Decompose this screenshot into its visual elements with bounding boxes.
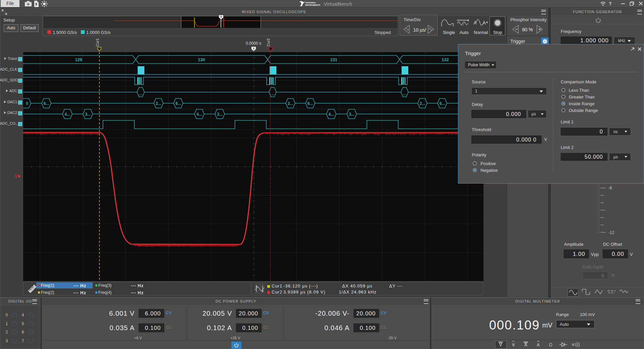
- svg-text:2...: 2...: [156, 101, 162, 106]
- svg-text:4...: 4...: [64, 112, 70, 117]
- svg-text:6...: 6...: [44, 101, 49, 106]
- svg-text:0: 0: [26, 101, 28, 106]
- svg-text:6...: 6...: [440, 101, 445, 106]
- svg-text:...: ...: [403, 92, 406, 96]
- svg-text:T: T: [220, 15, 222, 19]
- svg-text:6...: 6...: [308, 101, 313, 106]
- svg-text:T: T: [253, 47, 255, 50]
- svg-text:-12: -12: [608, 230, 614, 235]
- svg-text:2...: 2...: [420, 101, 425, 106]
- svg-text:-6: -6: [608, 186, 612, 190]
- svg-text:3...: 3...: [217, 112, 223, 117]
- svg-text:3...: 3...: [349, 112, 355, 117]
- svg-text:NATIONAL: NATIONAL: [306, 1, 316, 4]
- svg-text:...: ...: [271, 92, 274, 96]
- svg-text:131: 131: [330, 57, 337, 62]
- svg-text:4...: 4...: [328, 112, 334, 117]
- svg-text:3...: 3...: [85, 112, 91, 117]
- svg-text:INSTRUMENTS: INSTRUMENTS: [305, 4, 320, 6]
- svg-text:2...: 2...: [288, 101, 293, 106]
- svg-text:...: ...: [139, 92, 142, 96]
- svg-text:6...: 6...: [176, 101, 181, 106]
- svg-text:4...: 4...: [196, 112, 202, 117]
- svg-text:129: 129: [75, 57, 82, 62]
- svg-text:132: 132: [442, 57, 449, 62]
- svg-text:130: 130: [198, 57, 205, 62]
